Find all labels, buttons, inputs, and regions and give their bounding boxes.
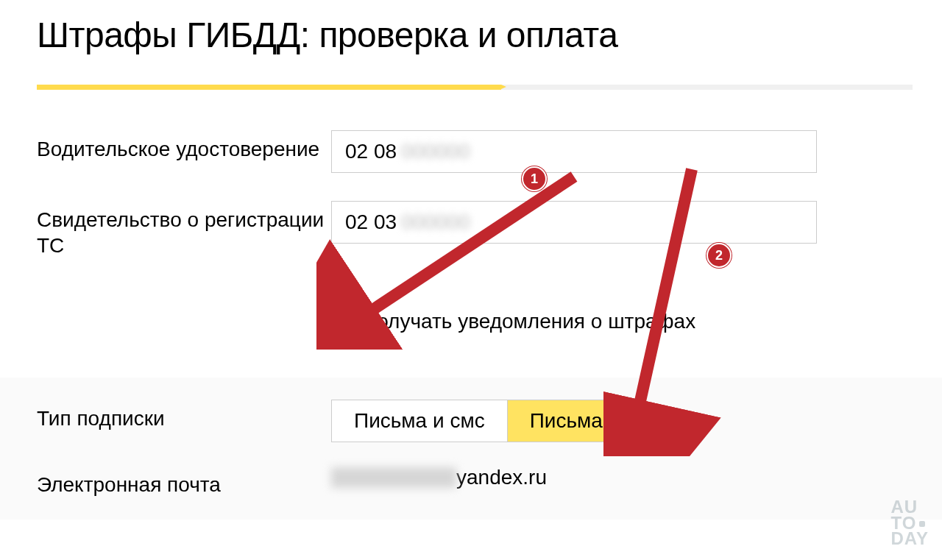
row-email: Электронная почта yandex.ru [37,466,913,497]
page-title: Штрафы ГИБДД: проверка и оплата [37,15,913,55]
progress-bar [37,85,913,90]
email-value: yandex.ru [331,466,547,489]
row-driver-license: Водительское удостоверение 02 08 000000 [37,130,913,173]
driver-license-hidden: 000000 [401,140,470,163]
label-driver-license: Водительское удостоверение [37,130,331,162]
email-hidden-part [331,467,456,488]
toggle-option-letters-sms[interactable]: Письма и смс [332,400,507,442]
check-icon [334,315,347,328]
toggle-option-letters[interactable]: Письма [507,400,625,442]
input-registration[interactable]: 02 03 000000 [331,201,817,244]
registration-visible: 02 03 [345,210,397,234]
input-driver-license[interactable]: 02 08 000000 [331,130,817,173]
progress-fill [37,85,501,90]
row-registration: Свидетельство о регистрации ТС 02 03 000… [37,201,913,258]
checkbox-notifications[interactable] [331,312,350,331]
driver-license-visible: 02 08 [345,140,397,163]
email-domain: yandex.ru [456,466,547,489]
row-subscription-type: Тип подписки Письма и смс Письма [37,400,913,442]
watermark: AU TO DAY [891,499,929,547]
label-registration: Свидетельство о регистрации ТС [37,201,331,258]
section-subscription: Тип подписки Письма и смс Письма Электро… [0,378,942,520]
label-subscription-type: Тип подписки [37,400,331,431]
row-notifications: Получать уведомления о штрафах [331,310,913,333]
label-email: Электронная почта [37,466,331,497]
toggle-subscription: Письма и смс Письма [331,400,626,442]
registration-hidden: 000000 [401,210,470,234]
label-notifications: Получать уведомления о штрафах [362,310,695,333]
